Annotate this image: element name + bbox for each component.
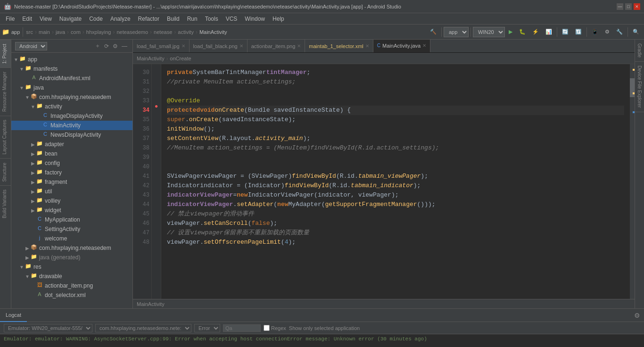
breadcrumb-oncreate[interactable]: onCreate bbox=[170, 56, 191, 61]
code-editor[interactable]: 30 31 32 33 34 35 36 37 38 39 40 41 42 4… bbox=[133, 64, 635, 299]
tree-collapse-btn[interactable]: — bbox=[120, 41, 129, 50]
tree-item-config[interactable]: ▶ 📁 config bbox=[11, 158, 132, 168]
tree-arrow-widget: ▶ bbox=[30, 208, 36, 213]
menu-refactor[interactable]: Refactor bbox=[134, 13, 163, 25]
menu-navigate[interactable]: Navigate bbox=[56, 13, 85, 25]
tree-item-app[interactable]: ▼ 📁 app bbox=[11, 55, 132, 64]
tree-item-java[interactable]: ▼ 📁 java bbox=[11, 83, 132, 92]
menu-view[interactable]: View bbox=[36, 13, 56, 25]
tree-item-res[interactable]: ▼ 📁 res bbox=[11, 262, 132, 272]
toolbar-sep-5 bbox=[586, 27, 587, 37]
minimize-button[interactable]: — bbox=[617, 3, 623, 10]
menu-edit[interactable]: Edit bbox=[18, 13, 36, 25]
right-tab-gradle[interactable]: Gradle bbox=[635, 40, 644, 62]
tree-item-manifests[interactable]: ▼ 📁 manifests bbox=[11, 64, 132, 74]
left-tab-layout[interactable]: Layout Captures bbox=[0, 116, 11, 158]
tree-item-ImageDisplayActivity[interactable]: C ImageDisplayActivity bbox=[11, 111, 132, 121]
tab-close-mainactivity[interactable]: ✕ bbox=[422, 43, 426, 48]
logcat-package-dropdown[interactable]: com.hhxplaying.neteasedemo.nete: bbox=[95, 324, 191, 332]
toolbar-sync-btn[interactable]: 🔄 bbox=[559, 25, 571, 39]
tree-item-bean[interactable]: ▶ 📁 bean bbox=[11, 149, 132, 158]
menu-help[interactable]: Help bbox=[269, 13, 288, 25]
tree-item-dot-selector[interactable]: A dot_selector.xml bbox=[11, 290, 132, 300]
tree-item-adapter[interactable]: ▶ 📁 adapter bbox=[11, 140, 132, 149]
toolbar-run-btn[interactable]: ▶ bbox=[506, 25, 515, 39]
toolbar-device-dropdown[interactable]: WIN20 bbox=[473, 27, 505, 37]
code-line-47: // 设置viewpager保留界面不重新加载的页面数量 bbox=[167, 228, 624, 238]
tree-item-drawable[interactable]: ▼ 📁 drawable bbox=[11, 272, 132, 281]
left-tab-build[interactable]: Build Variants bbox=[0, 185, 11, 222]
tree-item-MainActivity[interactable]: C MainActivity bbox=[11, 121, 132, 130]
tree-item-util[interactable]: ▶ 📁 util bbox=[11, 187, 132, 196]
tree-item-actionbar-png[interactable]: 🖼 actionbar_item.png bbox=[11, 281, 132, 290]
logcat-level-dropdown[interactable]: Error bbox=[194, 324, 220, 332]
menu-build[interactable]: Build bbox=[163, 13, 183, 25]
menu-tools[interactable]: Tools bbox=[201, 13, 222, 25]
left-tab-resource[interactable]: Resource Manager bbox=[0, 67, 11, 116]
tab-load-fail-black[interactable]: load_fail_black.png ✕ bbox=[190, 40, 248, 53]
bottom-settings-btn[interactable]: ⚙ bbox=[630, 312, 644, 319]
tab-close-load-fail-small[interactable]: ✕ bbox=[182, 43, 185, 49]
toolbar-settings-btn[interactable]: 🔧 bbox=[613, 25, 626, 39]
right-tab-device-explorer[interactable]: Device File Explorer bbox=[635, 62, 644, 112]
tree-item-com-hhxplaying2[interactable]: ▶ 📦 com.hhxplaying.neteasedem bbox=[11, 243, 132, 253]
tree-item-androidmanifest[interactable]: A AndroidManifest.xml bbox=[11, 74, 132, 83]
toolbar-sep-4 bbox=[557, 27, 557, 37]
tree-item-factory[interactable]: ▶ 📁 factory bbox=[11, 168, 132, 177]
toolbar-sdk-btn[interactable]: ⚙ bbox=[602, 25, 612, 39]
toolbar-invalidate-btn[interactable]: 🔃 bbox=[572, 25, 585, 39]
toolbar-debug-btn[interactable]: 🐛 bbox=[516, 25, 528, 39]
tree-item-vollley[interactable]: ▶ 📁 vollley bbox=[11, 196, 132, 206]
tab-close-actionbar-item[interactable]: ✕ bbox=[297, 43, 301, 49]
bottom-tab-logcat[interactable]: Logcat bbox=[0, 309, 27, 322]
breadcrumb-mainactivity[interactable]: MainActivity bbox=[137, 56, 165, 61]
menu-vcs[interactable]: VCS bbox=[222, 13, 241, 25]
menu-window[interactable]: Window bbox=[241, 13, 269, 25]
tree-arrow-factory: ▶ bbox=[30, 170, 36, 175]
bottom-panel: Logcat ⚙ Emulator: WIN20_emulator-555/ c… bbox=[0, 308, 644, 347]
toolbar-avd-btn[interactable]: 📱 bbox=[589, 25, 601, 39]
tree-item-MyApplication[interactable]: C MyApplication bbox=[11, 215, 132, 224]
toolbar-search-btn[interactable]: 🔍 bbox=[630, 25, 642, 39]
tree-item-java-generated[interactable]: ▶ 📁 java (generated) bbox=[11, 253, 132, 262]
tree-item-NewsDisplayActivity[interactable]: C NewsDisplayActivity bbox=[11, 130, 132, 140]
tab-close-maintab-selector[interactable]: ✕ bbox=[365, 43, 369, 49]
toolbar-coverage-btn[interactable]: ⚡ bbox=[529, 25, 542, 39]
tree-item-SettingActivity[interactable]: C SettingActivity bbox=[11, 224, 132, 234]
tree-item-com-hhxplaying[interactable]: ▼ 📦 com.hhxplaying.neteasedem bbox=[11, 92, 132, 102]
toolbar-profile-btn[interactable]: 📊 bbox=[543, 25, 555, 39]
tab-close-load-fail-black[interactable]: ✕ bbox=[239, 43, 243, 49]
tree-settings-btn[interactable]: ⚙ bbox=[111, 41, 119, 50]
left-tab-structure[interactable]: Structure bbox=[0, 158, 11, 186]
vertical-scrollbar[interactable] bbox=[630, 64, 635, 299]
tree-item-activity[interactable]: ▼ 📁 activity bbox=[11, 102, 132, 111]
toolbar-hammer-btn[interactable]: 🔨 bbox=[427, 25, 439, 39]
logcat-search-input[interactable] bbox=[223, 324, 261, 332]
java-icon-MainActivity: C bbox=[41, 122, 49, 129]
tree-sync-btn[interactable]: ⟳ bbox=[103, 41, 110, 50]
logcat-regex-checkbox[interactable] bbox=[264, 325, 270, 331]
code-content[interactable]: private SystemBarTintManager tintManager… bbox=[161, 64, 630, 299]
tab-actionbar-item[interactable]: actionbar_item.png ✕ bbox=[248, 40, 305, 53]
toolbar-sep-text-1: › bbox=[35, 29, 37, 35]
tree-add-btn[interactable]: ＋ bbox=[93, 41, 102, 50]
tab-mainactivity[interactable]: C MainActivity.java ✕ bbox=[373, 40, 430, 53]
tab-maintab-selector[interactable]: maintab_1_selector.xml ✕ bbox=[305, 40, 373, 53]
code-line-40 bbox=[167, 162, 624, 172]
android-view-dropdown[interactable]: Android bbox=[15, 42, 47, 50]
left-tab-project[interactable]: 1: Project bbox=[0, 40, 11, 67]
tree-item-fragment[interactable]: ▶ 📁 fragment bbox=[11, 177, 132, 187]
tree-item-widget[interactable]: ▶ 📁 widget bbox=[11, 206, 132, 215]
tree-item-welcome[interactable]: j welcome bbox=[11, 234, 132, 243]
toolbar-app-dropdown[interactable]: app bbox=[444, 27, 469, 37]
bottom-content: Emulator: emulator: WARNING: AsyncSocket… bbox=[0, 334, 644, 347]
logcat-emulator-dropdown[interactable]: Emulator: WIN20_emulator-555/ bbox=[4, 324, 92, 332]
menu-analyze[interactable]: Analyze bbox=[107, 13, 134, 25]
tab-load-fail-small[interactable]: load_fail_small.jpg ✕ bbox=[133, 40, 190, 53]
menu-run[interactable]: Run bbox=[183, 13, 201, 25]
tree-arrow-config: ▶ bbox=[30, 161, 36, 166]
maximize-button[interactable]: □ bbox=[625, 3, 632, 10]
menu-code[interactable]: Code bbox=[85, 13, 107, 25]
menu-file[interactable]: File bbox=[2, 13, 18, 25]
close-button[interactable]: ✕ bbox=[634, 3, 640, 10]
